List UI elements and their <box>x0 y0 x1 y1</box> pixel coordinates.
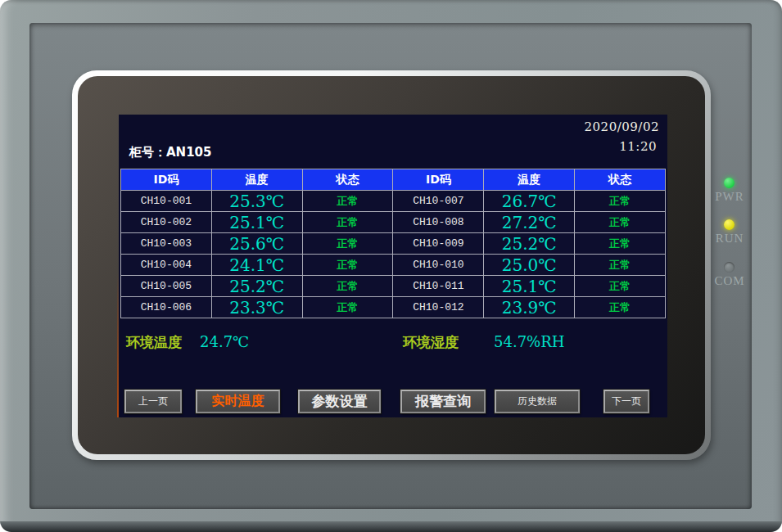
channel-temp: 24.1℃ <box>211 255 302 276</box>
channel-temp: 25.6℃ <box>211 233 302 255</box>
power-led-icon <box>724 178 735 188</box>
backlight-glow <box>117 272 119 417</box>
case-bottom-edge <box>0 521 782 532</box>
temperature-table: ID码 温度 状态 ID码 温度 状态 CH10-001 25.3℃ 正常 <box>120 169 666 318</box>
channel-temp: 25.3℃ <box>211 191 302 212</box>
table-row: CH10-003 25.6℃ 正常 CH10-009 25.2℃ 正常 <box>121 233 666 255</box>
channel-id: CH10-012 <box>393 297 484 318</box>
next-page-button[interactable]: 下一页 <box>603 390 649 413</box>
table-row: CH10-004 24.1℃ 正常 CH10-010 25.0℃ 正常 <box>121 255 666 276</box>
channel-status: 正常 <box>302 276 393 297</box>
ambient-temp-label: 环境温度 <box>126 333 182 352</box>
channel-status: 正常 <box>302 212 393 233</box>
ambient-humidity-value: 54.7%RH <box>494 333 564 350</box>
channel-status: 正常 <box>575 255 666 276</box>
run-led-label: RUN <box>706 232 753 246</box>
channel-id: CH10-008 <box>393 212 484 233</box>
channel-id: CH10-002 <box>121 212 212 233</box>
ambient-humidity-label: 环境湿度 <box>403 333 459 352</box>
table-row: CH10-005 25.2℃ 正常 CH10-011 25.1℃ 正常 <box>121 276 666 297</box>
channel-status: 正常 <box>575 191 666 212</box>
col-header-temp: 温度 <box>484 169 575 191</box>
channel-temp: 26.7℃ <box>484 191 575 212</box>
channel-id: CH10-001 <box>121 191 212 212</box>
cabinet-label: 柜号：AN105 <box>129 145 211 160</box>
channel-temp: 23.3℃ <box>211 297 302 318</box>
channel-status: 正常 <box>575 297 666 318</box>
channel-status: 正常 <box>302 255 393 276</box>
ambient-temp-value: 24.7℃ <box>200 333 249 350</box>
col-header-status: 状态 <box>575 169 666 191</box>
channel-id: CH10-005 <box>121 276 212 297</box>
channel-id: CH10-003 <box>121 233 212 255</box>
channel-temp: 23.9℃ <box>484 297 575 318</box>
channel-temp: 25.2℃ <box>211 276 302 297</box>
channel-temp: 27.2℃ <box>484 212 575 233</box>
channel-id: CH10-006 <box>121 297 212 318</box>
alarm-query-button[interactable]: 报警查询 <box>400 390 486 413</box>
date-display: 2020/09/02 <box>585 119 659 134</box>
realtime-temp-button[interactable]: 实时温度 <box>196 390 280 413</box>
screen-bezel: 2020/09/02 11:20 柜号：AN105 ID码 温度 状态 ID码 … <box>78 76 705 454</box>
run-led-icon <box>724 219 735 230</box>
col-header-id: ID码 <box>121 169 212 191</box>
channel-status: 正常 <box>302 297 393 318</box>
lcd-screen: 2020/09/02 11:20 柜号：AN105 ID码 温度 状态 ID码 … <box>119 115 667 417</box>
col-header-id: ID码 <box>393 169 484 191</box>
channel-temp: 25.2℃ <box>484 233 575 255</box>
channel-temp: 25.0℃ <box>484 255 575 276</box>
channel-id: CH10-007 <box>393 191 484 212</box>
table-row: CH10-002 25.1℃ 正常 CH10-008 27.2℃ 正常 <box>121 212 666 233</box>
channel-status: 正常 <box>575 212 666 233</box>
table-header-row: ID码 温度 状态 ID码 温度 状态 <box>121 169 666 191</box>
history-data-button[interactable]: 历史数据 <box>495 390 580 413</box>
channel-id: CH10-010 <box>393 255 484 276</box>
power-led-label: PWR <box>706 190 753 204</box>
channel-status: 正常 <box>302 233 393 255</box>
channel-id: CH10-009 <box>393 233 484 255</box>
com-led-icon <box>724 262 735 273</box>
col-header-temp: 温度 <box>211 169 302 191</box>
hmi-device: 2020/09/02 11:20 柜号：AN105 ID码 温度 状态 ID码 … <box>0 0 782 532</box>
channel-status: 正常 <box>575 233 666 255</box>
channel-temp: 25.1℃ <box>484 276 575 297</box>
parameter-settings-button[interactable]: 参数设置 <box>298 390 381 413</box>
table-row: CH10-001 25.3℃ 正常 CH10-007 26.7℃ 正常 <box>121 191 666 212</box>
col-header-status: 状态 <box>302 169 393 191</box>
channel-id: CH10-011 <box>393 276 484 297</box>
channel-id: CH10-004 <box>121 255 212 276</box>
channel-status: 正常 <box>575 276 666 297</box>
table-row: CH10-006 23.3℃ 正常 CH10-012 23.9℃ 正常 <box>121 297 666 318</box>
time-display: 11:20 <box>619 139 657 154</box>
channel-status: 正常 <box>302 191 393 212</box>
screen-frame: 2020/09/02 11:20 柜号：AN105 ID码 温度 状态 ID码 … <box>72 70 711 460</box>
com-led-label: COM <box>706 274 753 288</box>
channel-temp: 25.1℃ <box>211 212 302 233</box>
prev-page-button[interactable]: 上一页 <box>124 390 182 413</box>
